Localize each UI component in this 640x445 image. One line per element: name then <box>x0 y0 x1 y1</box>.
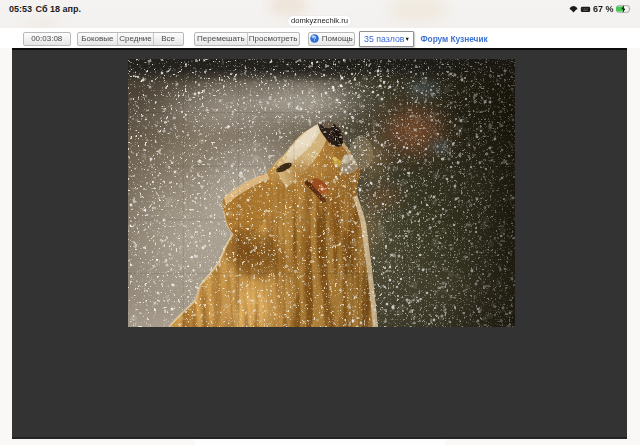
svg-text:?: ? <box>312 35 316 42</box>
